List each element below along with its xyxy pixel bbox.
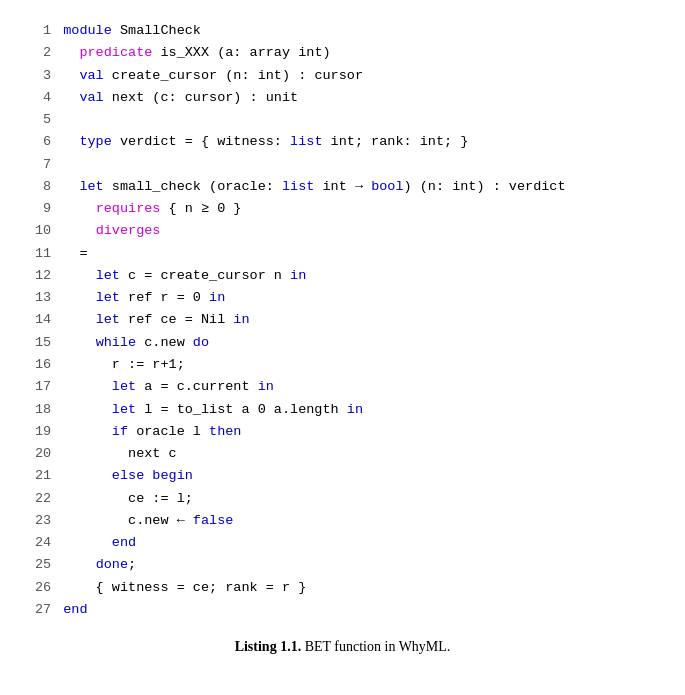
line-6: 6 type verdict = { witness: list int; ra… xyxy=(30,131,655,153)
code-block: 1 module SmallCheck 2 predicate is_XXX (… xyxy=(30,20,655,621)
line-24: 24 end xyxy=(30,532,655,554)
identifier: { n ≥ 0 } xyxy=(160,201,241,216)
line-code: predicate is_XXX (a: array int) xyxy=(63,42,655,64)
identifier: c.new xyxy=(136,335,193,350)
line-number: 4 xyxy=(30,87,63,109)
line-12: 12 let c = create_cursor n in xyxy=(30,265,655,287)
line-27: 27 end xyxy=(30,599,655,621)
keyword-let: let xyxy=(112,402,136,417)
identifier: a = c.current xyxy=(136,379,258,394)
line-code: = xyxy=(63,243,655,265)
line-3: 3 val create_cursor (n: int) : cursor xyxy=(30,65,655,87)
line-14: 14 let ref ce = Nil in xyxy=(30,309,655,331)
line-code: diverges xyxy=(63,220,655,242)
line-number: 24 xyxy=(30,532,63,554)
identifier: verdict = { witness: xyxy=(120,134,290,149)
line-code: c.new ← false xyxy=(63,510,655,532)
line-9: 9 requires { n ≥ 0 } xyxy=(30,198,655,220)
line-number: 3 xyxy=(30,65,63,87)
line-code: module SmallCheck xyxy=(63,20,655,42)
keyword-do: do xyxy=(193,335,209,350)
keyword-predicate: predicate xyxy=(79,45,152,60)
line-22: 22 ce := l; xyxy=(30,488,655,510)
line-number: 25 xyxy=(30,554,63,576)
line-code: let l = to_list a 0 a.length in xyxy=(63,399,655,421)
arrow-left: ← xyxy=(177,513,185,528)
line-code: let ref r = 0 in xyxy=(63,287,655,309)
identifier: int; rank: int; } xyxy=(322,134,468,149)
line-code: end xyxy=(63,599,655,621)
line-code: end xyxy=(63,532,655,554)
line-number: 15 xyxy=(30,332,63,354)
keyword-list: list xyxy=(282,179,314,194)
line-25: 25 done; xyxy=(30,554,655,576)
keyword-if: if xyxy=(112,424,128,439)
line-code: type verdict = { witness: list int; rank… xyxy=(63,131,655,153)
line-number: 19 xyxy=(30,421,63,443)
keyword-val: val xyxy=(79,90,103,105)
keyword-let: let xyxy=(96,290,120,305)
line-number: 9 xyxy=(30,198,63,220)
caption: Listing 1.1. BET function in WhyML. xyxy=(235,639,451,655)
keyword-let: let xyxy=(96,312,120,327)
line-4: 4 val next (c: cursor) : unit xyxy=(30,87,655,109)
identifier: l = to_list a 0 a.length xyxy=(136,402,347,417)
line-15: 15 while c.new do xyxy=(30,332,655,354)
keyword-let: let xyxy=(112,379,136,394)
identifier: next (c: cursor) : unit xyxy=(112,90,298,105)
keyword-false: false xyxy=(193,513,234,528)
line-number: 14 xyxy=(30,309,63,331)
line-code: if oracle l then xyxy=(63,421,655,443)
line-13: 13 let ref r = 0 in xyxy=(30,287,655,309)
line-7: 7 xyxy=(30,154,655,176)
line-5: 5 xyxy=(30,109,655,131)
keyword-let: let xyxy=(79,179,103,194)
identifier: small_check (oracle: xyxy=(112,179,282,194)
keyword-in: in xyxy=(233,312,249,327)
keyword-type: type xyxy=(79,134,111,149)
keyword-begin: begin xyxy=(152,468,193,483)
caption-bold: Listing 1.1. xyxy=(235,639,302,654)
keyword-list: list xyxy=(290,134,322,149)
caption-normal: BET function in WhyML. xyxy=(301,639,450,654)
line-number: 26 xyxy=(30,577,63,599)
line-code: ce := l; xyxy=(63,488,655,510)
line-number: 11 xyxy=(30,243,63,265)
keyword-else: else xyxy=(112,468,144,483)
line-code: let small_check (oracle: list int → bool… xyxy=(63,176,655,198)
identifier: ; xyxy=(128,557,136,572)
line-code: { witness = ce; rank = r } xyxy=(63,577,655,599)
line-code: let ref ce = Nil in xyxy=(63,309,655,331)
arrow: → xyxy=(355,179,363,194)
line-number: 10 xyxy=(30,220,63,242)
keyword-module: module xyxy=(63,23,112,38)
keyword-done: done xyxy=(96,557,128,572)
line-2: 2 predicate is_XXX (a: array int) xyxy=(30,42,655,64)
line-number: 20 xyxy=(30,443,63,465)
line-code: let a = c.current in xyxy=(63,376,655,398)
identifier: int xyxy=(314,179,355,194)
line-number: 13 xyxy=(30,287,63,309)
line-code xyxy=(63,154,655,176)
line-code: else begin xyxy=(63,465,655,487)
line-16: 16 r := r+1; xyxy=(30,354,655,376)
line-17: 17 let a = c.current in xyxy=(30,376,655,398)
keyword-in: in xyxy=(209,290,225,305)
line-10: 10 diverges xyxy=(30,220,655,242)
identifier: is_XXX (a: array int) xyxy=(160,45,330,60)
line-code: r := r+1; xyxy=(63,354,655,376)
line-8: 8 let small_check (oracle: list int → bo… xyxy=(30,176,655,198)
line-number: 12 xyxy=(30,265,63,287)
keyword-while: while xyxy=(96,335,137,350)
keyword-requires: requires xyxy=(96,201,161,216)
keyword-in: in xyxy=(347,402,363,417)
line-number: 1 xyxy=(30,20,63,42)
identifier: c = create_cursor n xyxy=(120,268,290,283)
identifier: create_cursor (n: int) : cursor xyxy=(112,68,363,83)
line-code: while c.new do xyxy=(63,332,655,354)
identifier: oracle l xyxy=(128,424,209,439)
line-number: 7 xyxy=(30,154,63,176)
line-19: 19 if oracle l then xyxy=(30,421,655,443)
keyword-end: end xyxy=(112,535,136,550)
line-code: requires { n ≥ 0 } xyxy=(63,198,655,220)
